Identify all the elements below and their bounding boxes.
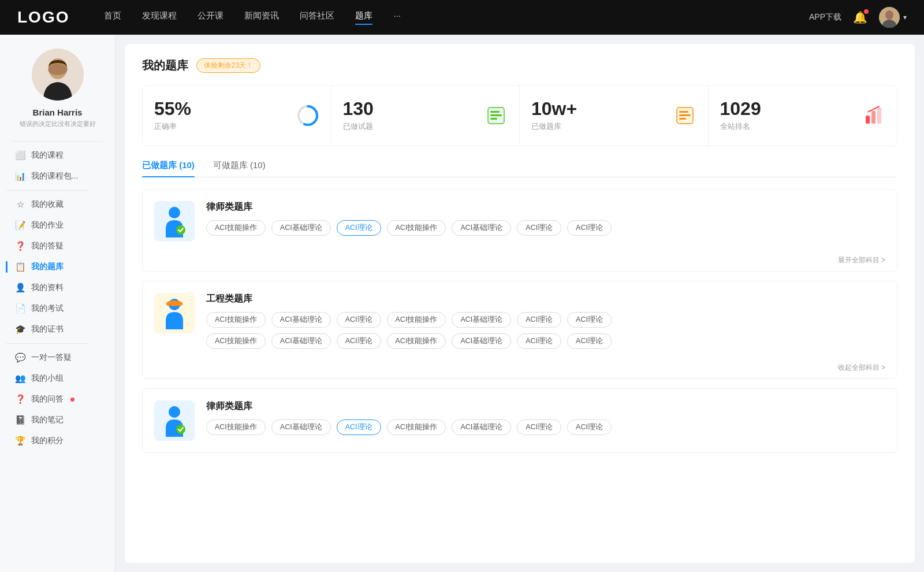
sidebar-item-my-qa[interactable]: ❓ 我的问答	[6, 389, 109, 410]
sidebar-item-question-bank[interactable]: 📋 我的题库	[6, 257, 109, 277]
sidebar-item-courses[interactable]: ⬜ 我的课程	[6, 145, 109, 166]
svg-point-24	[169, 406, 180, 418]
bank-tag[interactable]: ACI理论	[517, 220, 561, 236]
bank-card-lawyer-2-inner: 律师类题库 ACI技能操作 ACI基础理论 ACI理论 ACI技能操作 ACI基…	[143, 389, 897, 452]
bank-tag[interactable]: ACI理论	[517, 419, 561, 435]
bank-card-engineer-1: 工程类题库 ACI技能操作 ACI基础理论 ACI理论 ACI技能操作 ACI基…	[142, 281, 897, 379]
sidebar-avatar-image	[32, 49, 84, 101]
sidebar-label-course-packages: 我的课程包...	[31, 171, 78, 181]
sidebar-label-qa: 我的答疑	[31, 241, 64, 251]
bank-tag[interactable]: ACI技能操作	[387, 333, 446, 349]
bank-card-lawyer-2-tags: ACI技能操作 ACI基础理论 ACI理论 ACI技能操作 ACI基础理论 AC…	[206, 419, 885, 435]
sidebar-item-certificates[interactable]: 🎓 我的证书	[6, 319, 109, 340]
bank-tag[interactable]: ACI基础理论	[271, 220, 331, 236]
bank-tag[interactable]: ACI基础理论	[452, 220, 511, 236]
bank-tag[interactable]: ACI技能操作	[387, 312, 446, 328]
sidebar-item-notes[interactable]: 📓 我的笔记	[6, 410, 109, 430]
my-qa-icon: ❓	[15, 394, 25, 404]
bank-tag[interactable]: ACI技能操作	[387, 220, 446, 236]
my-courses-icon: ⬜	[15, 150, 25, 161]
nav-caret-icon: ▾	[903, 13, 907, 21]
homework-icon: 📝	[15, 220, 25, 231]
lawyer-icon-2-svg	[160, 405, 189, 437]
bank-tag[interactable]: ACI基础理论	[271, 312, 331, 328]
bank-tag-selected[interactable]: ACI理论	[337, 419, 381, 435]
tabs-row: 已做题库 (10) 可做题库 (10)	[142, 160, 897, 177]
navbar: LOGO 首页 发现课程 公开课 新闻资讯 问答社区 题库 ··· APP下载 …	[0, 0, 924, 35]
sidebar-item-one-on-one[interactable]: 💬 一对一答疑	[6, 347, 109, 368]
svg-point-1	[885, 10, 893, 20]
stat-accuracy: 55% 正确率	[143, 86, 331, 146]
bank-tag[interactable]: ACI技能操作	[387, 419, 446, 435]
bank-tag[interactable]: ACI理论	[337, 312, 381, 328]
my-course-packages-icon: 📊	[15, 171, 25, 181]
tab-available-banks[interactable]: 可做题库 (10)	[213, 160, 266, 177]
sidebar: Brian Harris 错误的决定比没有决定要好 ⬜ 我的课程 📊 我的课程包…	[0, 35, 116, 572]
bank-tag[interactable]: ACI理论	[517, 312, 561, 328]
bank-tag[interactable]: ACI理论	[337, 333, 381, 349]
svg-rect-15	[679, 118, 686, 120]
nav-link-open-course[interactable]: 公开课	[198, 10, 223, 25]
bank-tag[interactable]: ACI技能操作	[206, 220, 266, 236]
stat-accuracy-info: 55% 正确率	[154, 99, 288, 132]
profile-icon: 👤	[15, 283, 25, 293]
bank-tag[interactable]: ACI基础理论	[452, 312, 511, 328]
sidebar-label-profile: 我的资料	[31, 283, 64, 293]
bank-tag[interactable]: ACI基础理论	[271, 419, 331, 435]
nav-link-bank[interactable]: 题库	[355, 10, 372, 25]
nav-right: APP下载 🔔 ▾	[809, 7, 907, 28]
sidebar-motto: 错误的决定比没有决定要好	[14, 120, 102, 128]
sidebar-label-points: 我的积分	[31, 436, 64, 446]
favorites-icon: ☆	[15, 199, 25, 210]
nav-logo[interactable]: LOGO	[17, 8, 69, 27]
bank-card-lawyer-1: 律师类题库 ACI技能操作 ACI基础理论 ACI理论 ACI技能操作 ACI基…	[142, 189, 897, 272]
nav-link-discover[interactable]: 发现课程	[142, 10, 177, 25]
nav-link-home[interactable]: 首页	[104, 10, 121, 25]
stat-accuracy-label: 正确率	[154, 121, 288, 132]
nav-link-more[interactable]: ···	[393, 10, 401, 25]
stat-accuracy-value: 55%	[154, 99, 288, 118]
sidebar-label-homework: 我的作业	[31, 220, 64, 231]
bank-tag[interactable]: ACI基础理论	[452, 419, 511, 435]
groups-icon: 👥	[15, 373, 25, 384]
bank-tag[interactable]: ACI理论	[567, 419, 612, 435]
sidebar-item-qa[interactable]: ❓ 我的答疑	[6, 236, 109, 257]
tab-done-banks[interactable]: 已做题库 (10)	[142, 160, 195, 177]
nav-bell-button[interactable]: 🔔	[853, 10, 867, 24]
svg-point-20	[176, 225, 185, 235]
nav-avatar-button[interactable]: ▾	[879, 7, 907, 28]
bank-tag[interactable]: ACI基础理论	[271, 333, 331, 349]
bank-collapse-engineer-1[interactable]: 收起全部科目 >	[143, 361, 897, 378]
trial-badge: 体验剩余23天！	[196, 58, 260, 73]
bank-icon-engineer-1	[154, 293, 195, 333]
sidebar-item-groups[interactable]: 👥 我的小组	[6, 368, 109, 389]
sidebar-item-course-packages[interactable]: 📊 我的课程包...	[6, 166, 109, 187]
bank-tag[interactable]: ACI基础理论	[452, 333, 511, 349]
nav-link-news[interactable]: 新闻资讯	[244, 10, 279, 25]
nav-app-download[interactable]: APP下载	[809, 12, 841, 23]
sidebar-item-exams[interactable]: 📄 我的考试	[6, 298, 109, 319]
sidebar-user-name: Brian Harris	[33, 107, 83, 117]
bank-tag[interactable]: ACI理论	[567, 312, 612, 328]
bank-tag[interactable]: ACI技能操作	[206, 419, 266, 435]
svg-point-25	[176, 425, 185, 434]
bank-tag[interactable]: ACI理论	[567, 220, 612, 236]
bank-card-engineer-1-inner: 工程类题库 ACI技能操作 ACI基础理论 ACI理论 ACI技能操作 ACI基…	[143, 281, 897, 361]
bank-tag[interactable]: ACI理论	[567, 333, 612, 349]
bank-card-engineer-1-tags-row2: ACI技能操作 ACI基础理论 ACI理论 ACI技能操作 ACI基础理论 AC…	[206, 333, 885, 349]
sidebar-item-homework[interactable]: 📝 我的作业	[6, 215, 109, 236]
bank-card-lawyer-2-title: 律师类题库	[206, 400, 885, 413]
stat-bank-done-info: 10w+ 已做题库	[531, 99, 665, 132]
bank-tag[interactable]: ACI理论	[517, 333, 561, 349]
bank-tag[interactable]: ACI技能操作	[206, 312, 266, 328]
bank-tag-selected[interactable]: ACI理论	[337, 220, 381, 236]
sidebar-item-favorites[interactable]: ☆ 我的收藏	[6, 194, 109, 215]
sidebar-item-profile[interactable]: 👤 我的资料	[6, 277, 109, 298]
nav-link-qa[interactable]: 问答社区	[300, 10, 334, 25]
bank-tag[interactable]: ACI技能操作	[206, 333, 266, 349]
my-qa-red-dot	[70, 398, 74, 402]
sidebar-divider-1	[6, 190, 88, 191]
sidebar-item-points[interactable]: 🏆 我的积分	[6, 430, 109, 451]
page-title-row: 我的题库 体验剩余23天！	[142, 58, 897, 73]
bank-expand-lawyer-1[interactable]: 展开全部科目 >	[143, 253, 897, 271]
